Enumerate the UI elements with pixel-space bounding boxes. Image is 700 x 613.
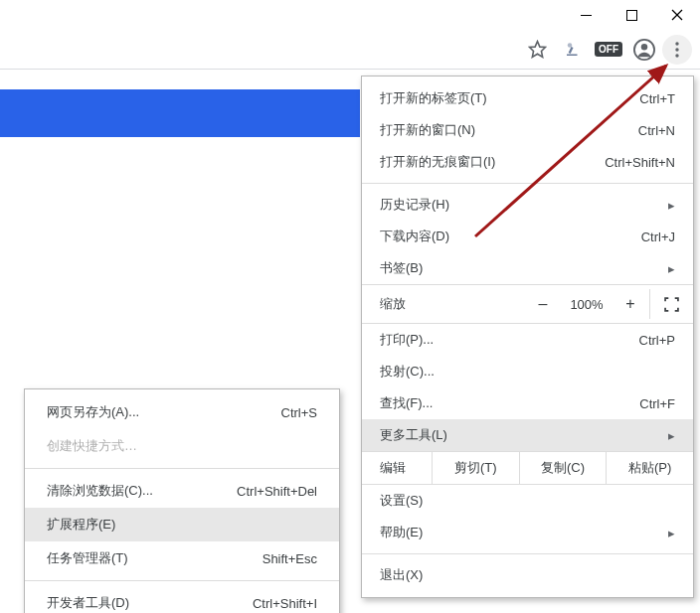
- profile-button[interactable]: [626, 32, 662, 68]
- zoom-in-button[interactable]: +: [612, 295, 649, 313]
- minimize-icon: [581, 10, 592, 21]
- submenu-clear-data[interactable]: 清除浏览数据(C)... Ctrl+Shift+Del: [25, 474, 339, 508]
- maximize-icon: [626, 10, 637, 21]
- svg-rect-7: [567, 54, 578, 56]
- svg-point-10: [675, 42, 678, 45]
- submenu-shortcut: Shift+Esc: [262, 551, 317, 566]
- menu-settings[interactable]: 设置(S): [362, 485, 693, 517]
- chevron-right-icon: ▸: [668, 526, 675, 540]
- menu-label: 退出(X): [380, 566, 423, 584]
- fullscreen-button[interactable]: [649, 289, 693, 319]
- menu-shortcut: Ctrl+F: [639, 396, 675, 411]
- extension-off-button[interactable]: OFF: [591, 32, 626, 68]
- submenu-save-page[interactable]: 网页另存为(A)... Ctrl+S: [25, 395, 339, 429]
- submenu-label: 网页另存为(A)...: [47, 403, 139, 421]
- chevron-right-icon: ▸: [668, 198, 675, 213]
- menu-label: 书签(B): [380, 259, 423, 277]
- submenu-task-manager[interactable]: 任务管理器(T) Shift+Esc: [25, 541, 339, 575]
- svg-point-9: [641, 44, 647, 50]
- menu-shortcut: Ctrl+Shift+N: [605, 155, 675, 170]
- edit-paste-button[interactable]: 粘贴(P): [606, 452, 693, 484]
- more-tools-submenu: 网页另存为(A)... Ctrl+S 创建快捷方式… 清除浏览数据(C)... …: [24, 388, 340, 613]
- submenu-shortcut: Ctrl+S: [281, 405, 317, 420]
- menu-bookmarks[interactable]: 书签(B) ▸: [362, 252, 693, 284]
- window-minimize-button[interactable]: [563, 0, 609, 30]
- menu-cast[interactable]: 投射(C)...: [362, 356, 693, 387]
- browser-toolbar: OFF: [0, 30, 700, 70]
- submenu-create-shortcut: 创建快捷方式…: [25, 429, 339, 463]
- menu-print[interactable]: 打印(P)... Ctrl+P: [362, 324, 693, 356]
- menu-separator: [362, 183, 693, 184]
- main-menu: 打开新的标签页(T) Ctrl+T 打开新的窗口(N) Ctrl+N 打开新的无…: [361, 76, 694, 598]
- zoom-label: 缩放: [380, 295, 406, 313]
- submenu-shortcut: Ctrl+Shift+I: [253, 596, 317, 611]
- extension-1-button[interactable]: [555, 32, 591, 68]
- close-icon: [671, 9, 683, 21]
- menu-shortcut: Ctrl+J: [641, 230, 675, 244]
- submenu-label: 扩展程序(E): [47, 516, 115, 534]
- svg-rect-1: [626, 10, 636, 20]
- menu-shortcut: Ctrl+P: [639, 333, 675, 348]
- window-close-button[interactable]: [654, 0, 700, 30]
- fullscreen-icon: [664, 297, 679, 312]
- submenu-label: 开发者工具(D): [47, 594, 129, 612]
- menu-label: 打印(P)...: [380, 331, 434, 349]
- menu-help[interactable]: 帮助(E) ▸: [362, 517, 693, 548]
- kebab-icon: [675, 42, 679, 58]
- zoom-percent: 100%: [562, 297, 612, 312]
- menu-label: 更多工具(L): [380, 426, 447, 444]
- menu-label: 投射(C)...: [380, 363, 435, 381]
- off-badge: OFF: [595, 42, 622, 57]
- menu-shortcut: Ctrl+T: [639, 91, 675, 106]
- bookmark-star-button[interactable]: [519, 32, 555, 68]
- submenu-dev-tools[interactable]: 开发者工具(D) Ctrl+Shift+I: [25, 586, 339, 613]
- chevron-right-icon: ▸: [668, 261, 675, 276]
- menu-label: 设置(S): [380, 492, 423, 510]
- person-icon: [633, 39, 655, 61]
- svg-point-11: [675, 48, 678, 51]
- menu-label: 打开新的标签页(T): [380, 89, 487, 107]
- star-icon: [528, 40, 547, 59]
- submenu-label: 清除浏览数据(C)...: [47, 482, 153, 500]
- menu-find[interactable]: 查找(F)... Ctrl+F: [362, 387, 693, 419]
- menu-label: 历史记录(H): [380, 196, 449, 214]
- chevron-right-icon: ▸: [668, 428, 675, 443]
- page-banner: [0, 89, 360, 137]
- submenu-shortcut: Ctrl+Shift+Del: [237, 484, 317, 499]
- edit-copy-button[interactable]: 复制(C): [519, 452, 607, 484]
- submenu-extensions[interactable]: 扩展程序(E): [25, 508, 339, 541]
- edit-cut-button[interactable]: 剪切(T): [432, 452, 519, 484]
- menu-new-window[interactable]: 打开新的窗口(N) Ctrl+N: [362, 114, 693, 146]
- window-maximize-button[interactable]: [609, 0, 654, 30]
- menu-separator: [25, 468, 339, 469]
- menu-label: 打开新的窗口(N): [380, 121, 475, 139]
- menu-separator: [25, 580, 339, 581]
- menu-history[interactable]: 历史记录(H) ▸: [362, 189, 693, 221]
- svg-point-12: [675, 54, 678, 57]
- microscope-icon: [564, 41, 582, 59]
- menu-label: 打开新的无痕窗口(I): [380, 153, 495, 171]
- menu-shortcut: Ctrl+N: [638, 123, 675, 138]
- menu-more-tools[interactable]: 更多工具(L) ▸: [362, 419, 693, 451]
- submenu-label: 任务管理器(T): [47, 549, 128, 567]
- svg-marker-4: [529, 42, 545, 58]
- menu-incognito[interactable]: 打开新的无痕窗口(I) Ctrl+Shift+N: [362, 146, 693, 178]
- submenu-label: 创建快捷方式…: [47, 437, 137, 455]
- menu-exit[interactable]: 退出(X): [362, 559, 693, 591]
- menu-separator: [362, 553, 693, 554]
- menu-new-tab[interactable]: 打开新的标签页(T) Ctrl+T: [362, 82, 693, 114]
- menu-downloads[interactable]: 下载内容(D) Ctrl+J: [362, 221, 693, 252]
- menu-label: 查找(F)...: [380, 394, 433, 412]
- svg-rect-6: [569, 47, 574, 54]
- menu-label: 帮助(E): [380, 524, 423, 541]
- menu-edit-row: 编辑 剪切(T) 复制(C) 粘贴(P): [362, 451, 693, 485]
- edit-label: 编辑: [362, 452, 432, 484]
- zoom-out-button[interactable]: –: [524, 295, 562, 313]
- menu-zoom-row: 缩放 – 100% +: [362, 284, 693, 324]
- menu-label: 下载内容(D): [380, 228, 449, 245]
- kebab-menu-button[interactable]: [662, 35, 692, 65]
- window-titlebar: [0, 0, 700, 30]
